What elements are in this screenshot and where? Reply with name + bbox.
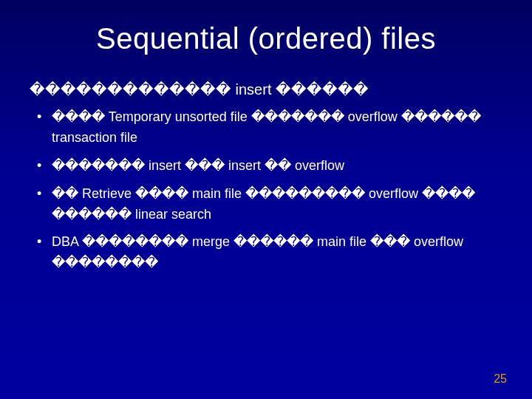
bullet-text-cont: �������� [52, 253, 502, 273]
lead-text: ������������� insert ������ [30, 78, 502, 101]
slide: Sequential (ordered) files �������������… [0, 0, 532, 399]
bullet-text: DBA �������� merge ������ main file ��� … [52, 234, 463, 249]
bullet-text: ������� insert ��� insert �� overflow [52, 158, 344, 173]
list-item: ������� insert ��� insert �� overflow [34, 156, 502, 177]
bullet-text: ���� Temporary unsorted file ������� ove… [52, 109, 481, 124]
bullet-text-cont: transaction file [52, 128, 502, 149]
page-number: 25 [494, 372, 507, 386]
list-item: ���� Temporary unsorted file ������� ove… [34, 107, 502, 149]
bullet-list: ���� Temporary unsorted file ������� ove… [34, 107, 502, 273]
list-item: DBA �������� merge ������ main file ��� … [34, 232, 502, 273]
slide-title: Sequential (ordered) files [30, 22, 502, 55]
list-item: �� Retrieve ���� main file ��������� ove… [34, 184, 502, 225]
bullet-text-cont: ������ linear search [52, 205, 502, 225]
bullet-text: �� Retrieve ���� main file ��������� ove… [52, 186, 475, 201]
